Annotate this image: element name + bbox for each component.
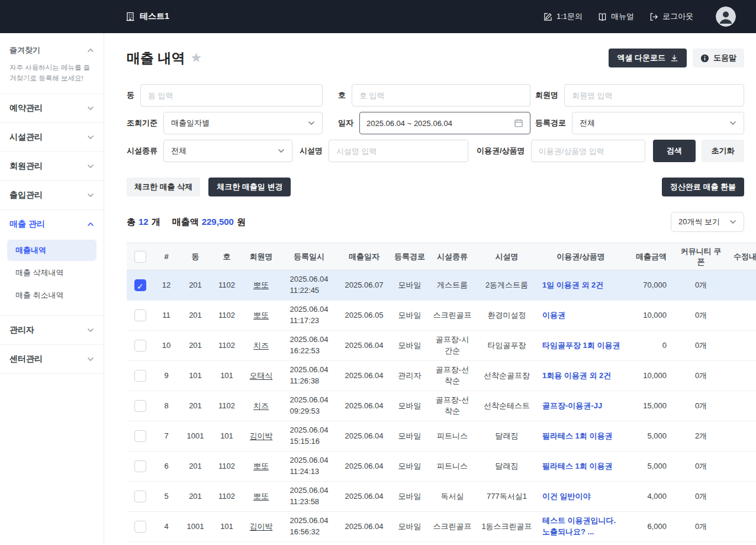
product-link[interactable]: 테스트 이용권입니다. 노출되나요? ... — [542, 516, 616, 536]
product-link[interactable]: 타임골푸장 1회 이용권 — [542, 341, 620, 350]
row-checkbox[interactable] — [134, 491, 146, 502]
change-sale-date-button[interactable]: 체크한 매출일 변경 — [208, 178, 291, 196]
row-checkbox[interactable] — [134, 460, 146, 472]
chevron-down-icon — [87, 357, 94, 362]
product-link[interactable]: 1회용 이용권 외 2건 — [542, 371, 611, 380]
sidebar-item-member[interactable]: 회원관리 — [0, 152, 104, 181]
search-button[interactable]: 검색 — [653, 140, 696, 162]
product-input[interactable] — [531, 140, 645, 162]
criteria-select[interactable]: 매출일자별 — [163, 112, 323, 134]
member-link[interactable]: 오태식 — [250, 371, 273, 380]
sidebar-item-admin[interactable]: 관리자 — [0, 316, 104, 345]
sidebar-subitem-sales-deleted[interactable]: 매출 삭제내역 — [7, 262, 96, 283]
registered-time: 16:22:53 — [289, 346, 328, 357]
sidebar-item-reservation[interactable]: 예약관리 — [0, 94, 104, 123]
reset-button[interactable]: 초기화 — [702, 140, 744, 162]
cell-member: 오태식 — [242, 361, 281, 391]
sidebar-item-label: 시설관리 — [9, 132, 43, 143]
cell-member: 김이박 — [242, 512, 281, 542]
member-name-input[interactable] — [564, 84, 744, 107]
cell-checkbox — [127, 361, 154, 391]
logout-link[interactable]: 로그아웃 — [649, 11, 693, 22]
row-checkbox[interactable] — [134, 430, 146, 442]
row-checkbox[interactable] — [134, 370, 146, 382]
table-row[interactable]: 6 201 1102 뽀또 2025.06.04 11:24:13 2025.0… — [127, 452, 756, 482]
ho-input[interactable] — [352, 84, 530, 107]
member-link[interactable]: 치즈 — [253, 401, 269, 410]
row-checkbox[interactable] — [134, 340, 146, 351]
row-checkbox[interactable] — [134, 400, 146, 412]
sidebar-item-facility[interactable]: 시설관리 — [0, 123, 104, 152]
sidebar-subitem-sales-history[interactable]: 매출내역 — [7, 240, 96, 261]
cell-member: 치즈 — [242, 391, 281, 421]
product-link[interactable]: 골프장-이용권-JJ — [542, 401, 602, 410]
member-link[interactable]: 김이박 — [250, 431, 273, 440]
date-range-input[interactable]: 2025.06.04 ~ 2025.06.04 — [359, 112, 530, 134]
avatar[interactable] — [716, 7, 736, 27]
cell-history — [728, 482, 756, 512]
manual-link[interactable]: 매뉴얼 — [598, 11, 634, 22]
page-size-select[interactable]: 20개씩 보기 — [671, 212, 744, 232]
product-link[interactable]: 필라테스 1회 이용권 — [542, 462, 612, 470]
member-link[interactable]: 뽀또 — [253, 492, 269, 501]
cell-coupon: 0개 — [674, 301, 728, 331]
row-checkbox[interactable] — [134, 279, 146, 291]
help-button[interactable]: 도움말 — [693, 49, 744, 67]
cell-ho: 1102 — [212, 301, 242, 331]
cell-registered-at: 2025.06.04 11:23:58 — [281, 482, 337, 512]
logout-icon — [649, 12, 658, 21]
favorites-header[interactable]: 즐겨찾기 — [9, 45, 94, 56]
cell-sale-date: 2025.06.07 — [337, 270, 391, 301]
product-link[interactable]: 이건 일반이야 — [542, 492, 591, 501]
refund-settled-button[interactable]: 정산완료 매출 환불 — [662, 178, 744, 196]
cell-ho: 101 — [212, 361, 242, 391]
info-icon — [700, 54, 709, 63]
member-link[interactable]: 치즈 — [253, 341, 269, 350]
amount-value: 229,500 — [202, 217, 234, 227]
facility-name-input[interactable] — [329, 140, 468, 162]
cell-facility-name: 달래짐 — [476, 421, 538, 452]
table-row[interactable]: 7 1001 101 김이박 2025.06.04 15:15:16 2025.… — [127, 421, 756, 452]
member-link[interactable]: 뽀또 — [253, 280, 269, 289]
delete-checked-button[interactable]: 체크한 매출 삭제 — [127, 178, 200, 196]
table-row[interactable]: 5 201 1102 뽀또 2025.06.04 11:23:58 2025.0… — [127, 482, 756, 512]
manual-label: 매뉴얼 — [611, 11, 634, 22]
table-row[interactable]: 12 201 1102 뽀또 2025.06.04 11:22:45 2025.… — [127, 270, 756, 301]
favorite-star-icon[interactable]: ★ — [190, 51, 202, 65]
member-link[interactable]: 뽀또 — [253, 311, 269, 320]
product-link[interactable]: 이용권 — [542, 311, 565, 320]
sidebar-item-access[interactable]: 출입관리 — [0, 181, 104, 210]
member-link[interactable]: 김이박 — [250, 522, 273, 531]
sidebar-item-center[interactable]: 센터관리 — [0, 345, 104, 374]
excel-download-button[interactable]: 엑셀 다운로드 — [609, 49, 687, 67]
registered-time: 11:23:58 — [289, 496, 328, 508]
channel-label: 등록경로 — [535, 118, 566, 128]
cell-history — [728, 452, 756, 482]
row-checkbox[interactable] — [134, 521, 146, 533]
cell-channel: 모바일 — [391, 421, 429, 452]
cell-channel: 모바일 — [391, 512, 429, 542]
sidebar-subitem-sales-cancelled[interactable]: 매출 취소내역 — [7, 285, 96, 306]
facility-type-select[interactable]: 전체 — [163, 140, 292, 162]
cell-facility-type: 독서실 — [429, 482, 476, 512]
inquiry-link[interactable]: 1:1문의 — [543, 11, 583, 22]
cell-facility-type: 게스트룸 — [429, 270, 476, 301]
registered-date: 2025.06.04 — [289, 515, 328, 527]
table-row[interactable]: 4 1001 101 김이박 2025.06.04 16:56:32 2025.… — [127, 512, 756, 542]
product-link[interactable]: 1일 이용권 외 2건 — [542, 280, 603, 289]
channel-select[interactable]: 전체 — [572, 112, 744, 134]
row-checkbox[interactable] — [134, 309, 146, 321]
dong-input[interactable] — [140, 84, 323, 107]
select-all-checkbox[interactable] — [134, 251, 146, 263]
table-row[interactable]: 9 101 101 오태식 2025.06.04 11:26:38 2025.0… — [127, 361, 756, 391]
cell-facility-type: 스크린골프 — [429, 301, 476, 331]
table-row[interactable]: 11 201 1102 뽀또 2025.06.04 11:17:23 2025.… — [127, 301, 756, 331]
product-link[interactable]: 필라테스 1회 이용권 — [542, 431, 612, 440]
cell-sale-date: 2025.06.04 — [337, 361, 391, 391]
cell-registered-at: 2025.06.04 09:29:53 — [281, 391, 337, 421]
table-row[interactable]: 10 201 1102 치즈 2025.06.04 16:22:53 2025.… — [127, 331, 756, 361]
cell-facility-type: 피트니스 — [429, 452, 476, 482]
member-link[interactable]: 뽀또 — [253, 462, 269, 470]
table-row[interactable]: 8 201 1102 치즈 2025.06.04 09:29:53 2025.0… — [127, 391, 756, 421]
sidebar-item-sales[interactable]: 매출 관리 — [0, 210, 104, 238]
